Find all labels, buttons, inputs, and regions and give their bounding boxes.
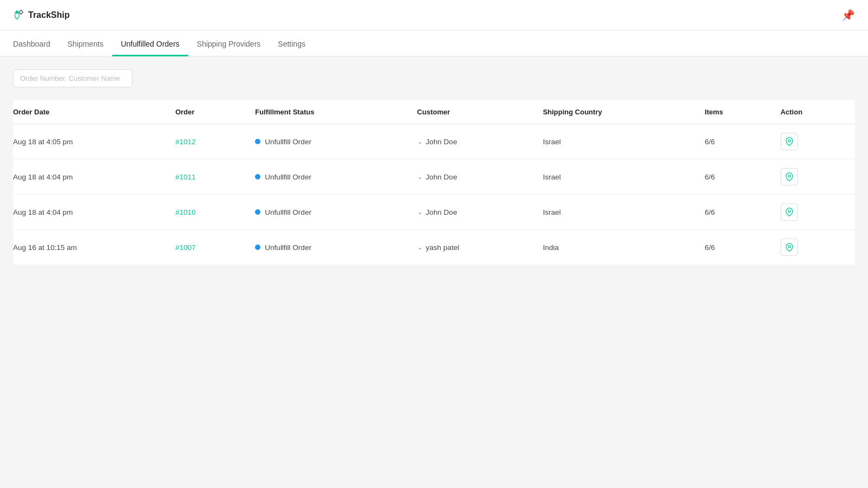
- cell-shipping-country: Israel: [534, 195, 696, 230]
- cell-fulfillment-status: Unfullfill Order: [246, 230, 408, 265]
- chevron-down-icon[interactable]: ⌄: [417, 208, 423, 216]
- cell-order[interactable]: #1007: [167, 230, 246, 265]
- chevron-down-icon[interactable]: ⌄: [417, 173, 423, 181]
- col-order: Order: [167, 100, 246, 124]
- cell-action: [772, 195, 855, 230]
- table-header: Order Date Order Fulfillment Status Cust…: [13, 100, 855, 124]
- pin-action-icon: [785, 172, 794, 181]
- app-name: TrackShip: [28, 10, 69, 20]
- status-dot: [255, 139, 260, 144]
- cell-fulfillment-status: Unfullfill Order: [246, 159, 408, 195]
- nav-item-unfulfilled-orders[interactable]: Unfulfilled Orders: [112, 40, 188, 56]
- cell-order-date: Aug 18 at 4:05 pm: [13, 124, 167, 159]
- status-label: Unfullfill Order: [265, 138, 311, 146]
- cell-shipping-country: India: [534, 230, 696, 265]
- svg-point-3: [788, 246, 790, 248]
- pin-icon: 📌: [841, 9, 855, 22]
- cell-order-date: Aug 16 at 10:15 am: [13, 230, 167, 265]
- status-dot: [255, 209, 260, 215]
- orders-table-container: Order Date Order Fulfillment Status Cust…: [13, 100, 855, 265]
- nav-item-shipments[interactable]: Shipments: [59, 40, 112, 56]
- order-link[interactable]: #1007: [175, 243, 196, 252]
- cell-action: [772, 124, 855, 159]
- nav-item-dashboard[interactable]: Dashboard: [13, 40, 59, 56]
- table-row: Aug 18 at 4:05 pm #1012 Unfullfill Order…: [13, 124, 855, 159]
- table-body: Aug 18 at 4:05 pm #1012 Unfullfill Order…: [13, 124, 855, 265]
- col-fulfillment-status: Fulfillment Status: [246, 100, 408, 124]
- order-link[interactable]: #1011: [175, 173, 196, 181]
- action-button[interactable]: [781, 239, 798, 256]
- col-order-date: Order Date: [13, 100, 167, 124]
- cell-order[interactable]: #1011: [167, 159, 246, 195]
- cell-items: 6/6: [696, 195, 772, 230]
- chevron-down-icon[interactable]: ⌄: [417, 243, 423, 251]
- nav-item-shipping-providers[interactable]: Shipping Providers: [188, 40, 270, 56]
- cell-items: 6/6: [696, 230, 772, 265]
- status-label: Unfullfill Order: [265, 208, 311, 216]
- status-dot: [255, 174, 260, 179]
- pin-action-icon: [785, 137, 794, 146]
- svg-point-1: [788, 175, 790, 177]
- table-row: Aug 18 at 4:04 pm #1011 Unfullfill Order…: [13, 159, 855, 195]
- cell-items: 6/6: [696, 159, 772, 195]
- cell-fulfillment-status: Unfullfill Order: [246, 124, 408, 159]
- col-action: Action: [772, 100, 855, 124]
- status-label: Unfullfill Order: [265, 173, 311, 181]
- action-button[interactable]: [781, 168, 798, 185]
- col-items: Items: [696, 100, 772, 124]
- action-button[interactable]: [781, 133, 798, 150]
- svg-point-2: [788, 210, 790, 213]
- table-row: Aug 16 at 10:15 am #1007 Unfullfill Orde…: [13, 230, 855, 265]
- cell-customer: ⌄ John Doe: [409, 195, 534, 230]
- svg-point-0: [788, 140, 790, 142]
- customer-name: John Doe: [426, 138, 457, 146]
- action-button[interactable]: [781, 203, 798, 221]
- cell-fulfillment-status: Unfullfill Order: [246, 195, 408, 230]
- order-link[interactable]: #1010: [175, 208, 196, 216]
- logo: TrackShip: [13, 9, 69, 21]
- col-shipping-country: Shipping Country: [534, 100, 696, 124]
- search-input[interactable]: [13, 69, 132, 87]
- orders-table: Order Date Order Fulfillment Status Cust…: [13, 100, 855, 265]
- order-link[interactable]: #1012: [175, 138, 196, 146]
- cell-shipping-country: Israel: [534, 159, 696, 195]
- cell-order-date: Aug 18 at 4:04 pm: [13, 195, 167, 230]
- cell-action: [772, 159, 855, 195]
- search-bar: [13, 69, 855, 87]
- cell-order[interactable]: #1012: [167, 124, 246, 159]
- cell-items: 6/6: [696, 124, 772, 159]
- navigation: Dashboard Shipments Unfulfilled Orders S…: [0, 30, 868, 56]
- cell-customer: ⌄ John Doe: [409, 159, 534, 195]
- cell-order[interactable]: #1010: [167, 195, 246, 230]
- logo-icon: [13, 9, 25, 21]
- customer-name: John Doe: [426, 173, 457, 181]
- cell-order-date: Aug 18 at 4:04 pm: [13, 159, 167, 195]
- pin-action-icon: [785, 243, 794, 252]
- cell-customer: ⌄ John Doe: [409, 124, 534, 159]
- status-label: Unfullfill Order: [265, 243, 311, 252]
- customer-name: John Doe: [426, 208, 457, 216]
- customer-name: yash patel: [426, 243, 459, 252]
- table-row: Aug 18 at 4:04 pm #1010 Unfullfill Order…: [13, 195, 855, 230]
- pin-action-icon: [785, 208, 794, 216]
- cell-action: [772, 230, 855, 265]
- main-content: Order Date Order Fulfillment Status Cust…: [0, 56, 868, 278]
- header: TrackShip 📌: [0, 0, 868, 30]
- cell-customer: ⌄ yash patel: [409, 230, 534, 265]
- chevron-down-icon[interactable]: ⌄: [417, 138, 423, 145]
- cell-shipping-country: Israel: [534, 124, 696, 159]
- col-customer: Customer: [409, 100, 534, 124]
- status-dot: [255, 245, 260, 250]
- nav-item-settings[interactable]: Settings: [269, 40, 314, 56]
